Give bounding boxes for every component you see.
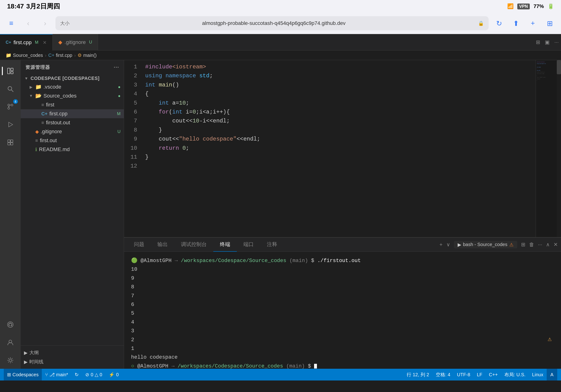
browser-toolbar: ≡ ‹ › 大小 almostgph-probable-succotash-q4…: [0, 13, 561, 34]
sync-icon: ↻: [75, 372, 79, 377]
status-sync[interactable]: ↻: [71, 369, 82, 381]
tree-item-gitignore[interactable]: ◆ .gitignore U: [21, 127, 124, 136]
url-bar[interactable]: 大小 almostgph-probable-succotash-q454q4p6…: [55, 16, 489, 30]
tab-first-cpp[interactable]: C+ first.cpp M ✕: [0, 34, 53, 51]
minimap-content: #include<iostream> using namespace std; …: [536, 60, 557, 82]
function-icon: ⚙: [77, 52, 82, 58]
status-spaces[interactable]: 空格: 4: [432, 369, 454, 381]
branch-icon: ⑂: [45, 372, 48, 377]
sidebar-item-explorer[interactable]: [2, 63, 19, 79]
wifi-icon: 📶: [507, 3, 514, 9]
tab-gitignore[interactable]: ◆ .gitignore U: [53, 34, 98, 51]
file-icon-readme: ℹ: [35, 147, 37, 152]
status-errors[interactable]: ⊘ 0 △ 0: [82, 369, 106, 381]
tree-workspace[interactable]: ▼ CODESPACE [CODESPACES]: [21, 74, 124, 83]
expand-icon: ▼: [29, 94, 33, 98]
tabs-button[interactable]: ⊞: [543, 17, 556, 30]
term-tab-comments[interactable]: 注释: [260, 238, 284, 252]
cpp-icon: C+: [6, 40, 11, 45]
codespaces-label: Codespaces: [12, 372, 39, 377]
back-button[interactable]: ‹: [22, 17, 35, 30]
status-language[interactable]: C++: [485, 369, 501, 381]
sidebar-item-extensions[interactable]: [2, 134, 19, 151]
breadcrumb-main[interactable]: ⚙ main(): [77, 52, 97, 58]
terminal-dollar2: $: [308, 363, 314, 369]
breadcrumb-source-codes[interactable]: 📁 Source_codes: [6, 52, 43, 58]
status-ports[interactable]: ⚡ 0: [106, 369, 122, 381]
codespaces-icon: ⊞: [7, 372, 11, 377]
more-actions-icon[interactable]: ···: [554, 39, 559, 45]
term-tab-ports[interactable]: 端口: [237, 238, 260, 252]
split-terminal-icon[interactable]: ⊞: [521, 242, 525, 248]
svg-point-18: [9, 359, 11, 361]
term-tab-output-label: 输出: [157, 241, 168, 248]
scrollbar-track[interactable]: [557, 60, 561, 237]
tree-item-first-out[interactable]: ≡ first.out: [21, 136, 124, 145]
status-encoding[interactable]: UTF-8: [454, 369, 474, 381]
split-editor-icon[interactable]: ⊞: [536, 39, 540, 45]
sidebar-more-button[interactable]: ···: [114, 64, 119, 70]
url-size-label: 大小: [60, 20, 70, 27]
sidebar-item-search[interactable]: [2, 80, 19, 97]
tree-item-first-cpp[interactable]: C+ first.cpp M: [21, 109, 124, 118]
sidebar-item-git[interactable]: 4: [2, 98, 19, 115]
tree-item-firstout[interactable]: ≡ firstout.out: [21, 118, 124, 127]
status-branch[interactable]: ⑂ ⎇ main*: [42, 369, 71, 381]
editor-scrollbar[interactable]: [557, 60, 561, 237]
breadcrumb-first-cpp[interactable]: C+ first.cpp: [48, 53, 72, 58]
more-terminal-icon[interactable]: ···: [538, 242, 542, 248]
reload-button[interactable]: ↻: [492, 17, 506, 30]
forward-button[interactable]: ›: [39, 17, 52, 30]
error-count: 0: [91, 372, 93, 377]
lock-icon: 🔒: [478, 21, 484, 26]
date: 3月2日周四: [26, 2, 60, 11]
svg-rect-12: [8, 140, 10, 142]
terminal-output-7: 7: [131, 292, 554, 300]
svg-point-6: [11, 104, 13, 106]
status-line-ending[interactable]: LF: [474, 369, 485, 381]
tree-item-readme[interactable]: ℹ README.md: [21, 145, 124, 154]
term-tab-terminal[interactable]: 终端: [213, 238, 237, 252]
sidebar-item-run[interactable]: [2, 116, 19, 133]
status-line-col[interactable]: 行 12, 列 2: [403, 369, 432, 381]
tree-item-first[interactable]: ≡ first: [21, 100, 124, 109]
terminal-output-6: 6: [131, 300, 554, 309]
tree-label-gitignore: .gitignore: [41, 129, 116, 135]
share-button[interactable]: ⬆: [509, 17, 522, 30]
new-tab-button[interactable]: +: [526, 17, 539, 30]
menu-button[interactable]: ≡: [5, 17, 18, 30]
terminal-content[interactable]: 🟢 @AlmostGPH → /workspaces/Codespace/Sou…: [124, 252, 561, 369]
layout-icon[interactable]: ▣: [545, 39, 550, 45]
close-terminal-icon[interactable]: ✕: [553, 242, 558, 248]
expand-icon: ▼: [24, 76, 29, 81]
new-terminal-icon[interactable]: +: [440, 242, 442, 248]
sidebar-item-settings[interactable]: [2, 352, 19, 369]
tab-close-first-cpp[interactable]: ✕: [43, 40, 47, 45]
code-line-9: }: [140, 126, 536, 135]
term-tab-debug[interactable]: 调试控制台: [174, 238, 213, 252]
tree-item-vscode[interactable]: ▶ 📁 .vscode ●: [21, 83, 124, 91]
status-layout[interactable]: 布局: U.S.: [501, 369, 529, 381]
outline-expand-icon: ▶: [24, 350, 27, 356]
status-codespaces[interactable]: ⊞ Codespaces: [4, 369, 42, 381]
code-editor[interactable]: #include<iostream> using namespace std; …: [140, 60, 536, 237]
sidebar-item-github[interactable]: [2, 316, 19, 333]
term-tab-output[interactable]: 输出: [151, 238, 174, 252]
maximize-icon[interactable]: ∧: [546, 242, 550, 248]
timeline-section[interactable]: ▶ 时间线: [21, 357, 124, 366]
code-line-8: cout<<10-i<<endl;: [140, 117, 536, 126]
tab-badge-modified: M: [35, 40, 39, 45]
scrollbar-thumb[interactable]: [557, 60, 561, 74]
gitignore-icon: ◆: [58, 39, 62, 45]
status-os[interactable]: Linux: [529, 369, 547, 381]
trash-icon[interactable]: 🗑: [529, 242, 534, 248]
vpn-badge: VPN: [517, 3, 530, 9]
terminal-dropdown-icon[interactable]: ∨: [446, 242, 450, 248]
outline-section[interactable]: ▶ 大纲: [21, 348, 124, 357]
tree-item-source-codes[interactable]: ▼ 📂 Source_codes ●: [21, 91, 124, 100]
status-keyboard[interactable]: A: [547, 369, 557, 381]
term-tab-problems[interactable]: 问题: [127, 238, 151, 252]
sidebar-sections: ▶ 大纲 ▶ 时间线: [21, 346, 124, 369]
sidebar-item-account[interactable]: [2, 334, 19, 351]
os-label: Linux: [532, 372, 543, 377]
